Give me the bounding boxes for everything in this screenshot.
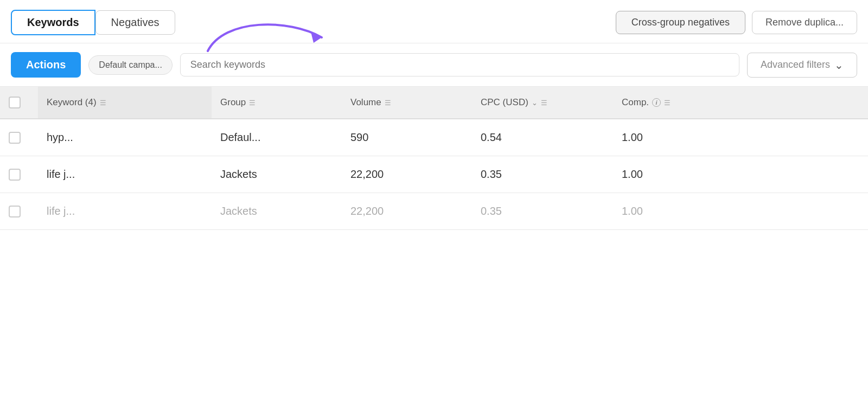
column-label-keyword: Keyword (4) bbox=[47, 97, 97, 108]
campaign-filter-pill[interactable]: Default campa... bbox=[88, 55, 173, 75]
actions-button[interactable]: Actions bbox=[11, 52, 81, 78]
comp-value-1: 1.00 bbox=[622, 131, 643, 144]
column-header-checkbox bbox=[0, 87, 38, 118]
keyword-value-2: life j... bbox=[47, 168, 75, 181]
cpc-value-1: 0.54 bbox=[481, 131, 502, 144]
row-checkbox-1[interactable] bbox=[9, 132, 21, 144]
remove-duplicates-button[interactable]: Remove duplica... bbox=[752, 11, 857, 34]
column-header-keyword[interactable]: Keyword (4) ☰ bbox=[38, 87, 212, 118]
column-filter-icon-group[interactable]: ☰ bbox=[249, 99, 256, 107]
cell-keyword-2: life j... bbox=[38, 156, 212, 193]
cell-comp-1: 1.00 bbox=[613, 119, 722, 156]
volume-value-2: 22,200 bbox=[350, 168, 384, 181]
data-table: Keyword (4) ☰ Group ☰ Volume ☰ CPC (USD)… bbox=[0, 87, 868, 230]
column-header-comp[interactable]: Comp. i ☰ bbox=[613, 87, 722, 118]
table-header: Keyword (4) ☰ Group ☰ Volume ☰ CPC (USD)… bbox=[0, 87, 868, 119]
column-label-cpc: CPC (USD) bbox=[481, 97, 528, 108]
column-header-volume[interactable]: Volume ☰ bbox=[342, 87, 472, 118]
cell-keyword-1: hyp... bbox=[38, 119, 212, 156]
cell-checkbox-3 bbox=[0, 193, 38, 229]
advanced-filters-button[interactable]: Advanced filters ⌄ bbox=[747, 53, 857, 78]
column-label-group: Group bbox=[220, 97, 246, 108]
top-tab-bar: Keywords Negatives Cross-group negatives… bbox=[0, 0, 868, 43]
group-value-2: Jackets bbox=[220, 168, 257, 181]
comp-value-2: 1.00 bbox=[622, 168, 643, 181]
table-row: life j... Jackets 22,200 0.35 1.00 bbox=[0, 156, 868, 193]
cell-volume-1: 590 bbox=[342, 119, 472, 156]
cell-group-1: Defaul... bbox=[212, 119, 342, 156]
column-filter-icon-cpc[interactable]: ☰ bbox=[541, 99, 547, 107]
header-checkbox[interactable] bbox=[9, 97, 21, 108]
table-row: life j... Jackets 22,200 0.35 1.00 bbox=[0, 193, 868, 230]
cell-checkbox-1 bbox=[0, 119, 38, 156]
column-filter-icon-volume[interactable]: ☰ bbox=[385, 99, 391, 107]
row-checkbox-2[interactable] bbox=[9, 169, 21, 181]
volume-value-1: 590 bbox=[350, 131, 368, 144]
arrow-svg bbox=[202, 13, 343, 62]
tab-keywords[interactable]: Keywords bbox=[11, 10, 95, 35]
cell-cpc-2: 0.35 bbox=[472, 156, 613, 193]
table-row: hyp... Defaul... 590 0.54 1.00 bbox=[0, 119, 868, 156]
cell-group-3: Jackets bbox=[212, 193, 342, 229]
column-header-group[interactable]: Group ☰ bbox=[212, 87, 342, 118]
row-checkbox-3[interactable] bbox=[9, 206, 21, 217]
info-icon-comp: i bbox=[652, 98, 661, 107]
cell-volume-2: 22,200 bbox=[342, 156, 472, 193]
column-label-comp: Comp. bbox=[622, 97, 649, 108]
comp-value-3: 1.00 bbox=[622, 205, 643, 217]
column-label-volume: Volume bbox=[350, 97, 381, 108]
cell-keyword-3: life j... bbox=[38, 193, 212, 229]
cell-group-2: Jackets bbox=[212, 156, 342, 193]
cell-checkbox-2 bbox=[0, 156, 38, 193]
advanced-filters-label: Advanced filters bbox=[761, 59, 830, 71]
column-header-cpc[interactable]: CPC (USD) ⌄ ☰ bbox=[472, 87, 613, 118]
chevron-down-icon: ⌄ bbox=[834, 59, 844, 72]
column-sort-icon-cpc[interactable]: ⌄ bbox=[532, 99, 538, 107]
group-value-3: Jackets bbox=[220, 205, 257, 217]
cross-group-negatives-button[interactable]: Cross-group negatives bbox=[616, 11, 745, 34]
cell-cpc-3: 0.35 bbox=[472, 193, 613, 229]
cell-cpc-1: 0.54 bbox=[472, 119, 613, 156]
cpc-value-2: 0.35 bbox=[481, 168, 502, 181]
top-right-buttons: Cross-group negatives Remove duplica... bbox=[616, 11, 857, 34]
column-filter-icon-keyword[interactable]: ☰ bbox=[100, 99, 106, 107]
cpc-value-3: 0.35 bbox=[481, 205, 502, 217]
column-filter-icon-comp[interactable]: ☰ bbox=[664, 99, 671, 107]
keyword-value-3: life j... bbox=[47, 205, 75, 217]
cell-comp-3: 1.00 bbox=[613, 193, 722, 229]
group-value-1: Defaul... bbox=[220, 131, 260, 144]
cell-comp-2: 1.00 bbox=[613, 156, 722, 193]
toolbar: Actions Default campa... Advanced filter… bbox=[0, 43, 868, 87]
volume-value-3: 22,200 bbox=[350, 205, 384, 217]
keyword-value-1: hyp... bbox=[47, 131, 73, 144]
tab-negatives[interactable]: Negatives bbox=[95, 10, 175, 35]
cell-volume-3: 22,200 bbox=[342, 193, 472, 229]
